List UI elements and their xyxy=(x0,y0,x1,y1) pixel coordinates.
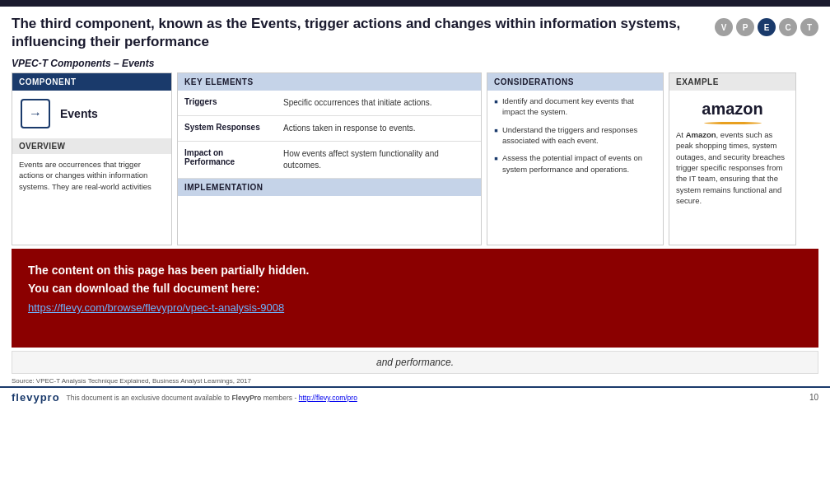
middle-column: KEY ELEMENTS Triggers Specific occurrenc… xyxy=(177,72,482,245)
considerations-header: CONSIDERATIONS xyxy=(487,73,663,91)
considerations-body: ▪ Identify and document key events that … xyxy=(487,91,663,186)
overview-text: Events are occurrences that trigger acti… xyxy=(12,154,171,197)
ke-row-system-responses: System Responses Actions taken in respon… xyxy=(178,116,481,142)
ke-def-impact: How events affect system functionality a… xyxy=(283,148,474,171)
circle-p: P xyxy=(736,18,754,36)
consideration-text-2: Understand the triggers and responses as… xyxy=(502,124,656,147)
ke-term-system-responses: System Responses xyxy=(184,123,275,134)
ke-row-impact: Impact on Performance How events affect … xyxy=(178,142,481,179)
bottom-italic-bar: and performance. xyxy=(12,351,818,374)
consideration-item-3: ▪ Assess the potential impact of events … xyxy=(494,152,656,175)
bottom-italic-text: and performance. xyxy=(376,357,454,368)
ke-term-triggers: Triggers xyxy=(184,97,275,109)
overview-header: OVERVIEW xyxy=(12,138,171,154)
ke-def-system-responses: Actions taken in response to events. xyxy=(283,123,416,134)
amazon-underline-icon xyxy=(704,122,762,124)
ke-row-triggers: Triggers Specific occurrences that initi… xyxy=(178,91,481,116)
vpect-circles: V P E C T xyxy=(715,18,818,36)
main-content: COMPONENT → Events OVERVIEW Events are o… xyxy=(0,72,830,245)
key-elements-table: Triggers Specific occurrences that initi… xyxy=(178,91,481,179)
footer-text: This document is an exclusive document a… xyxy=(67,394,803,402)
considerations-column: CONSIDERATIONS ▪ Identify and document k… xyxy=(487,72,664,245)
consideration-text-1: Identify and document key events that im… xyxy=(502,96,656,118)
arrow-icon: → xyxy=(21,99,50,128)
bullet-icon-3: ▪ xyxy=(494,152,498,175)
overlay-text-1: The content on this page has been partia… xyxy=(28,264,802,277)
implementation-header: IMPLEMENTATION xyxy=(178,179,481,196)
left-column: COMPONENT → Events OVERVIEW Events are o… xyxy=(12,72,172,245)
example-header: EXAMPLE xyxy=(669,73,795,91)
component-header: COMPONENT xyxy=(12,73,171,91)
footer-link[interactable]: http://flevy.com/pro xyxy=(299,394,357,402)
footer-text-2: members - xyxy=(263,394,297,402)
footer: flevypro This document is an exclusive d… xyxy=(0,386,830,407)
circle-v: V xyxy=(715,18,733,36)
overlay-link[interactable]: https://flevy.com/browse/flevypro/vpec-t… xyxy=(28,301,284,314)
example-column: EXAMPLE amazon At Amazon, events such as… xyxy=(669,72,796,245)
example-text: At Amazon, events such as peak shopping … xyxy=(676,129,789,206)
ke-def-triggers: Specific occurrences that initiate actio… xyxy=(283,97,432,109)
example-body: amazon At Amazon, events such as peak sh… xyxy=(669,91,795,212)
page-title: The third component, known as the Events… xyxy=(12,15,687,51)
overlay-area: The content on this page has been partia… xyxy=(12,249,818,348)
footer-bold-text: FlevyPro xyxy=(231,394,261,402)
key-elements-header: KEY ELEMENTS xyxy=(178,73,481,91)
footer-text-1: This document is an exclusive document a… xyxy=(67,394,230,402)
consideration-item-1: ▪ Identify and document key events that … xyxy=(494,96,656,118)
circle-e: E xyxy=(758,18,776,36)
consideration-text-3: Assess the potential impact of events on… xyxy=(502,152,656,175)
subtitle: VPEC-T Components – Events xyxy=(0,56,830,72)
amazon-logo: amazon xyxy=(676,97,789,120)
source-line: Source: VPEC-T Analysis Technique Explai… xyxy=(0,376,830,386)
consideration-item-2: ▪ Understand the triggers and responses … xyxy=(494,124,656,147)
page-number: 10 xyxy=(809,393,818,402)
top-bar xyxy=(0,0,830,7)
component-name: Events xyxy=(60,107,98,120)
component-body: → Events xyxy=(12,91,171,137)
flevy-logo: flevypro xyxy=(12,391,60,404)
circle-t: T xyxy=(800,18,818,36)
title-area: The third component, known as the Events… xyxy=(0,7,830,56)
bullet-icon-1: ▪ xyxy=(494,96,498,118)
bullet-icon-2: ▪ xyxy=(494,124,498,147)
ke-term-impact: Impact on Performance xyxy=(184,148,275,171)
overlay-text-2: You can download the full document here: xyxy=(28,282,802,295)
circle-c: C xyxy=(779,18,797,36)
